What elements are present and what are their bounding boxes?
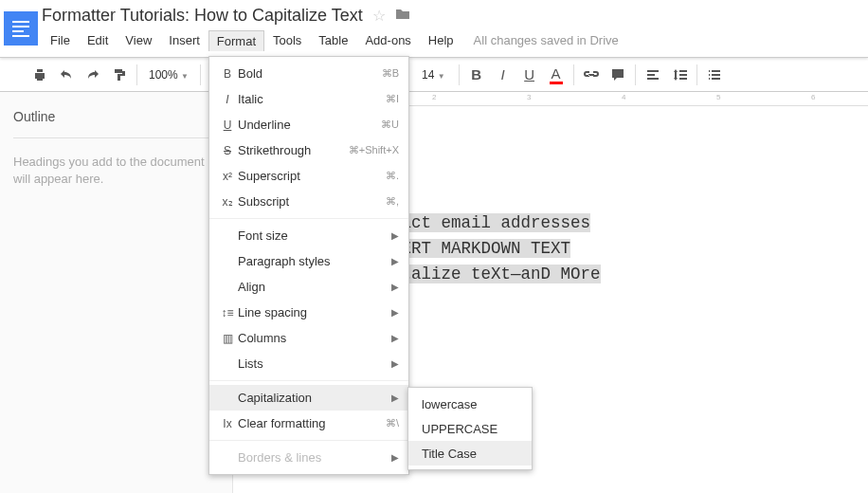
ruler-tick: 6 — [811, 93, 815, 101]
menubar: File Edit View Insert Format Tools Table… — [42, 29, 619, 51]
menu-item-label: Lists — [238, 356, 391, 371]
format-menu-capitalization[interactable]: Capitalization▶ — [209, 385, 408, 411]
format-menu-italic[interactable]: IItalic⌘I — [209, 86, 408, 112]
menu-addons[interactable]: Add-ons — [356, 29, 419, 51]
shortcut-label: ⌘. — [386, 170, 399, 182]
numbered-list-icon[interactable] — [701, 62, 728, 88]
menu-item-label: Line spacing — [238, 305, 391, 320]
submenu-arrow-icon: ▶ — [391, 358, 399, 369]
menu-format[interactable]: Format — [208, 30, 264, 51]
menu-item-label: Underline — [238, 118, 381, 132]
menu-item-label: Borders & lines — [238, 450, 391, 465]
submenu-arrow-icon: ▶ — [391, 282, 399, 292]
italic-button[interactable]: I — [490, 62, 516, 88]
outline-title: Outline — [13, 109, 219, 124]
subscript-icon: x₂ — [217, 195, 238, 209]
bold-icon: B — [217, 67, 238, 81]
ruler-tick: 2 — [432, 93, 436, 101]
shortcut-label: ⌘B — [382, 67, 399, 80]
menu-item-label: Align — [238, 280, 391, 294]
docs-app-icon[interactable] — [0, 0, 42, 57]
underline-button[interactable]: U — [516, 62, 543, 88]
format-dropdown: BBold⌘BIItalic⌘IUUnderline⌘USStrikethrou… — [208, 56, 409, 475]
format-menu-subscript[interactable]: x₂Subscript⌘, — [209, 189, 408, 214]
menu-tools[interactable]: Tools — [264, 29, 310, 51]
menu-insert[interactable]: Insert — [160, 29, 208, 51]
print-icon[interactable] — [27, 62, 53, 88]
format-menu-font-size[interactable]: Font size▶ — [209, 223, 408, 248]
toolbar: 100% ▼ 14 ▼ B I U A — [0, 58, 868, 92]
submenu-arrow-icon: ▶ — [391, 393, 399, 403]
svg-rect-0 — [4, 11, 38, 46]
svg-rect-4 — [12, 35, 29, 37]
shortcut-label: ⌘\ — [386, 417, 399, 429]
clear-formatting-icon: Ix — [217, 417, 238, 430]
menu-item-label: Capitalization — [238, 391, 391, 405]
submenu-arrow-icon: ▶ — [391, 230, 399, 241]
insert-link-icon[interactable] — [578, 62, 605, 88]
redo-icon[interactable] — [80, 62, 106, 88]
zoom-select[interactable]: 100% ▼ — [141, 68, 196, 82]
line-spacing-button[interactable] — [666, 62, 693, 88]
capitalization-title-case[interactable]: Title Case — [408, 441, 532, 466]
capitalization-uppercase[interactable]: UPPERCASE — [408, 416, 532, 441]
format-menu-lists[interactable]: Lists▶ — [209, 351, 408, 376]
svg-rect-2 — [12, 26, 29, 27]
superscript-icon: x² — [217, 170, 238, 183]
text-color-button[interactable]: A — [543, 62, 570, 88]
format-menu-clear-formatting[interactable]: IxClear formatting⌘\ — [209, 411, 408, 436]
ruler-tick: 4 — [622, 93, 625, 101]
line-spacing-icon: ↕≡ — [217, 306, 238, 320]
outline-sidebar: Outline Headings you add to the document… — [0, 92, 233, 493]
menu-edit[interactable]: Edit — [79, 29, 117, 51]
submenu-arrow-icon: ▶ — [391, 452, 399, 463]
menu-view[interactable]: View — [117, 29, 160, 51]
format-menu-paragraph-styles[interactable]: Paragraph styles▶ — [209, 248, 408, 274]
menu-item-label: Bold — [238, 66, 382, 81]
svg-rect-1 — [12, 21, 29, 23]
underline-icon: U — [217, 119, 238, 132]
menu-file[interactable]: File — [42, 29, 79, 51]
paint-format-icon[interactable] — [106, 62, 133, 88]
format-menu-columns[interactable]: ▥Columns▶ — [209, 325, 408, 351]
insert-comment-icon[interactable] — [605, 62, 631, 88]
capitalization-lowercase[interactable]: lowercase — [408, 392, 532, 416]
svg-rect-3 — [12, 30, 24, 32]
format-menu-strikethrough[interactable]: SStrikethrough⌘+Shift+X — [209, 137, 408, 163]
outline-empty-help: Headings you add to the document will ap… — [13, 154, 219, 188]
menu-item-label: Font size — [238, 228, 391, 243]
menu-item-label: Clear formatting — [238, 416, 386, 430]
format-menu-line-spacing[interactable]: ↕≡Line spacing▶ — [209, 300, 408, 325]
menu-item-label: Italic — [238, 92, 386, 106]
format-menu-superscript[interactable]: x²Superscript⌘. — [209, 163, 408, 189]
submenu-arrow-icon: ▶ — [391, 307, 399, 318]
ruler-tick: 5 — [716, 93, 720, 101]
shortcut-label: ⌘, — [386, 195, 399, 208]
save-status: All changes saved in Drive — [474, 33, 619, 47]
submenu-arrow-icon: ▶ — [391, 256, 399, 266]
align-button[interactable] — [640, 62, 666, 88]
columns-icon: ▥ — [217, 332, 238, 345]
shortcut-label: ⌘I — [386, 93, 399, 105]
strikethrough-icon: S — [217, 144, 238, 157]
capitalization-submenu: lowercaseUPPERCASETitle Case — [407, 387, 533, 470]
ruler-tick: 3 — [527, 93, 531, 101]
menu-table[interactable]: Table — [310, 29, 356, 51]
menu-item-label: Superscript — [238, 169, 386, 183]
undo-icon[interactable] — [53, 62, 80, 88]
font-size-select[interactable]: 14 ▼ — [412, 68, 455, 82]
menu-item-label: Paragraph styles — [238, 254, 391, 268]
shortcut-label: ⌘+Shift+X — [349, 144, 399, 156]
menu-item-label: Strikethrough — [238, 143, 349, 157]
format-menu-align[interactable]: Align▶ — [209, 274, 408, 300]
menu-help[interactable]: Help — [420, 29, 462, 51]
format-menu-underline[interactable]: UUnderline⌘U — [209, 112, 408, 137]
bold-button[interactable]: B — [463, 62, 490, 88]
submenu-arrow-icon: ▶ — [391, 333, 399, 343]
menu-item-label: Subscript — [238, 194, 386, 209]
document-title[interactable]: Formatter Tutorials: How to Capitalize T… — [42, 6, 363, 26]
star-icon[interactable]: ☆ — [372, 7, 386, 25]
shortcut-label: ⌘U — [381, 119, 399, 131]
format-menu-bold[interactable]: BBold⌘B — [209, 61, 408, 86]
folder-icon[interactable] — [395, 6, 410, 26]
